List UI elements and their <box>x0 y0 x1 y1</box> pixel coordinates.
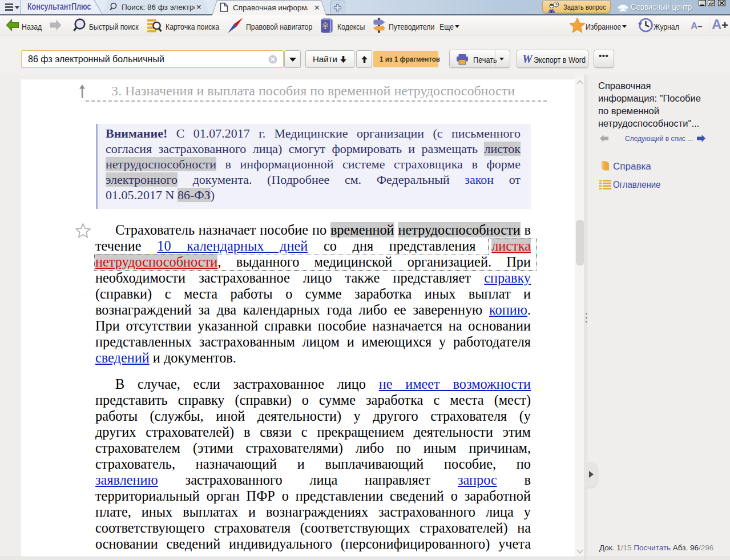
svg-text:?: ? <box>555 2 558 7</box>
